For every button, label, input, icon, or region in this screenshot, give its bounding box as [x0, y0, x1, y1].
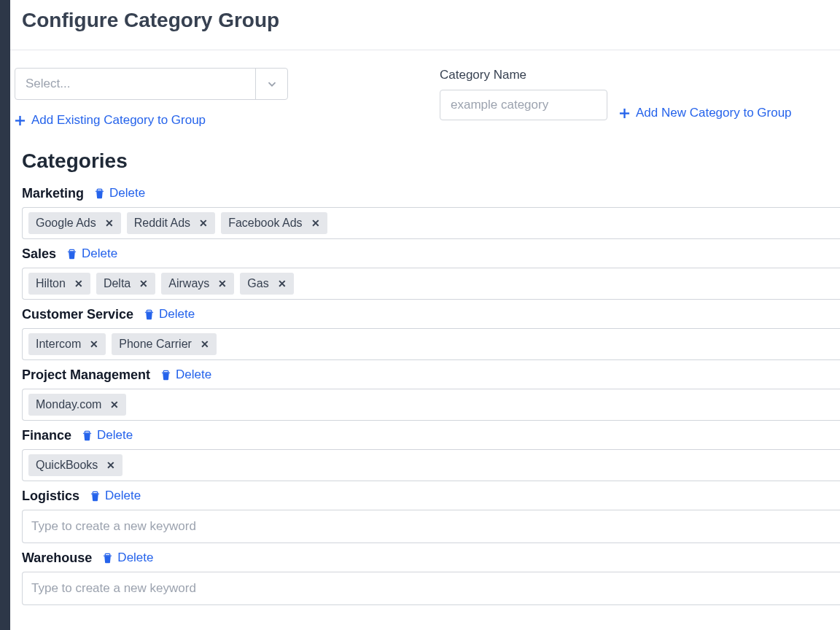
- delete-label: Delete: [117, 551, 153, 565]
- trash-icon: [82, 430, 93, 441]
- remove-tag-icon[interactable]: ✕: [218, 278, 227, 289]
- category-header: FinanceDelete: [22, 428, 840, 443]
- category-header: Customer ServiceDelete: [22, 307, 840, 322]
- category-block: LogisticsDelete: [10, 481, 840, 543]
- remove-tag-icon[interactable]: ✕: [106, 459, 115, 471]
- remove-tag-icon[interactable]: ✕: [105, 217, 114, 229]
- category-name: Project Management: [22, 368, 150, 383]
- keyword-tag-row[interactable]: Intercom✕Phone Carrier✕: [22, 328, 840, 360]
- category-header: MarketingDelete: [22, 186, 840, 201]
- delete-category-button[interactable]: Delete: [90, 489, 141, 503]
- trash-icon: [94, 188, 105, 199]
- tag-label: Facebook Ads: [228, 217, 302, 230]
- existing-category-select[interactable]: Select...: [15, 68, 288, 100]
- category-name: Finance: [22, 428, 71, 443]
- category-block: Project ManagementDeleteMonday.com✕: [10, 360, 840, 421]
- category-name-label: Category Name: [440, 68, 836, 82]
- category-name: Warehouse: [22, 551, 92, 566]
- tag-label: Phone Carrier: [119, 338, 192, 351]
- keyword-tag: Facebook Ads✕: [221, 212, 327, 234]
- remove-tag-icon[interactable]: ✕: [311, 217, 320, 229]
- divider: [10, 50, 840, 50]
- add-existing-label: Add Existing Category to Group: [31, 113, 206, 128]
- keyword-tag: QuickBooks✕: [28, 454, 122, 476]
- category-block: FinanceDeleteQuickBooks✕: [10, 421, 840, 481]
- category-name: Customer Service: [22, 307, 133, 322]
- tag-label: Google Ads: [36, 217, 96, 230]
- delete-label: Delete: [82, 246, 117, 261]
- keyword-tag-row[interactable]: QuickBooks✕: [22, 449, 840, 481]
- delete-label: Delete: [159, 307, 195, 322]
- category-header: Project ManagementDelete: [22, 368, 840, 383]
- keyword-tag-row[interactable]: Hilton✕Delta✕Airways✕Gas✕: [22, 268, 840, 300]
- keyword-tag: Delta✕: [96, 273, 155, 295]
- category-block: Customer ServiceDeleteIntercom✕Phone Car…: [10, 300, 840, 360]
- keyword-tag: Intercom✕: [28, 333, 106, 355]
- delete-label: Delete: [105, 489, 141, 503]
- delete-category-button[interactable]: Delete: [102, 551, 153, 565]
- remove-tag-icon[interactable]: ✕: [139, 278, 148, 289]
- trash-icon: [66, 249, 77, 260]
- category-name: Sales: [22, 246, 56, 262]
- delete-category-button[interactable]: Delete: [144, 307, 195, 322]
- page-title: Configure Category Group: [10, 0, 840, 50]
- trash-icon: [144, 309, 155, 320]
- keyword-tag-row[interactable]: [22, 510, 840, 543]
- tag-label: Airways: [168, 277, 209, 290]
- category-header: LogisticsDelete: [22, 489, 840, 504]
- keyword-tag-row[interactable]: Monday.com✕: [22, 389, 840, 421]
- select-placeholder: Select...: [26, 77, 70, 91]
- remove-tag-icon[interactable]: ✕: [74, 278, 83, 289]
- keyword-tag-row[interactable]: Google Ads✕Reddit Ads✕Facebook Ads✕: [22, 207, 840, 239]
- keyword-tag: Reddit Ads✕: [127, 212, 215, 234]
- sidebar-sliver: [0, 0, 10, 630]
- add-new-category-button[interactable]: Add New Category to Group: [619, 106, 792, 120]
- categories-heading: Categories: [10, 129, 840, 179]
- remove-tag-icon[interactable]: ✕: [278, 278, 287, 289]
- category-block: SalesDeleteHilton✕Delta✕Airways✕Gas✕: [10, 239, 840, 300]
- keyword-tag: Phone Carrier✕: [112, 333, 217, 355]
- trash-icon: [90, 491, 101, 502]
- delete-label: Delete: [176, 368, 211, 382]
- keyword-tag: Google Ads✕: [28, 212, 121, 234]
- delete-category-button[interactable]: Delete: [66, 246, 117, 261]
- remove-tag-icon[interactable]: ✕: [90, 338, 98, 350]
- keyword-input[interactable]: [28, 515, 834, 538]
- tag-label: Reddit Ads: [134, 217, 190, 230]
- category-name: Logistics: [22, 489, 79, 504]
- tag-label: Gas: [247, 277, 268, 290]
- keyword-tag-row[interactable]: [22, 572, 840, 605]
- delete-label: Delete: [109, 186, 145, 201]
- plus-icon: [619, 108, 630, 119]
- delete-category-button[interactable]: Delete: [160, 368, 211, 382]
- tag-label: QuickBooks: [36, 459, 98, 472]
- remove-tag-icon[interactable]: ✕: [201, 338, 209, 350]
- add-existing-category-button[interactable]: Add Existing Category to Group: [15, 113, 206, 128]
- remove-tag-icon[interactable]: ✕: [110, 399, 119, 411]
- delete-category-button[interactable]: Delete: [82, 428, 133, 443]
- keyword-tag: Gas✕: [240, 273, 293, 295]
- keyword-tag: Hilton✕: [28, 273, 90, 295]
- category-name: Marketing: [22, 186, 84, 201]
- tag-label: Hilton: [36, 277, 66, 290]
- add-new-label: Add New Category to Group: [636, 106, 792, 120]
- keyword-input[interactable]: [28, 577, 834, 600]
- delete-category-button[interactable]: Delete: [94, 186, 145, 201]
- keyword-tag: Monday.com✕: [28, 394, 126, 416]
- category-block: WarehouseDelete: [10, 543, 840, 605]
- tag-label: Monday.com: [36, 398, 101, 411]
- delete-label: Delete: [97, 428, 133, 443]
- remove-tag-icon[interactable]: ✕: [199, 217, 208, 229]
- tag-label: Delta: [104, 277, 131, 290]
- plus-icon: [15, 115, 26, 126]
- trash-icon: [102, 553, 113, 564]
- category-name-input[interactable]: [440, 90, 607, 120]
- category-block: MarketingDeleteGoogle Ads✕Reddit Ads✕Fac…: [10, 179, 840, 239]
- trash-icon: [160, 370, 171, 381]
- chevron-down-icon: [255, 69, 287, 99]
- category-header: WarehouseDelete: [22, 551, 840, 566]
- keyword-tag: Airways✕: [161, 273, 234, 295]
- category-header: SalesDelete: [22, 246, 840, 262]
- tag-label: Intercom: [36, 338, 81, 351]
